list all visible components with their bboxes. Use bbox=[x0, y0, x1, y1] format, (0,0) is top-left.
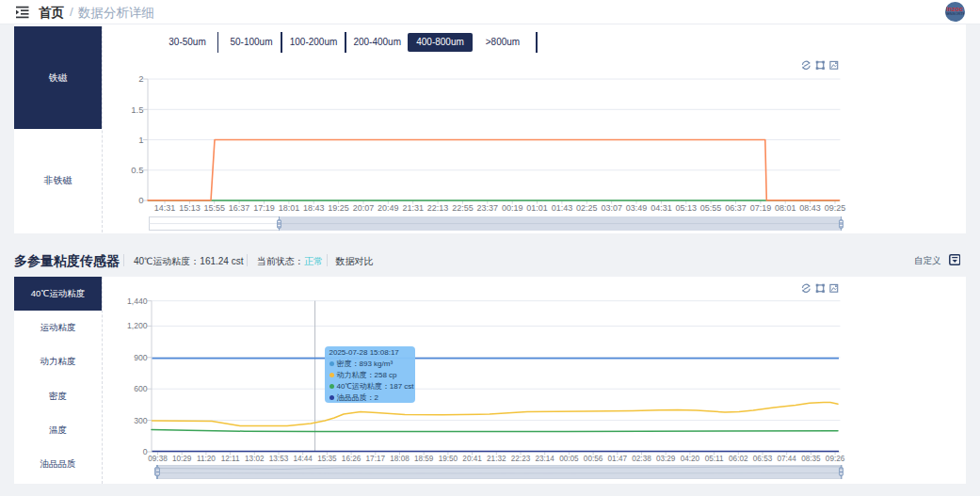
svg-text:08:01: 08:01 bbox=[775, 203, 796, 213]
svg-text:15:55: 15:55 bbox=[203, 203, 225, 213]
svg-text:0: 0 bbox=[143, 447, 148, 456]
svg-text:23:14: 23:14 bbox=[535, 455, 554, 463]
svg-text:17:17: 17:17 bbox=[366, 455, 386, 463]
svg-text:16:26: 16:26 bbox=[342, 455, 361, 463]
svg-text:14:44: 14:44 bbox=[293, 455, 313, 463]
svg-text:08:35: 08:35 bbox=[801, 455, 821, 463]
svg-text:17:19: 17:19 bbox=[253, 203, 275, 213]
svg-text:21:32: 21:32 bbox=[487, 455, 506, 463]
svg-text:05:13: 05:13 bbox=[676, 203, 698, 213]
svg-text:12:11: 12:11 bbox=[221, 455, 240, 463]
svg-text:1: 1 bbox=[138, 135, 143, 145]
svg-text:03:07: 03:07 bbox=[601, 203, 622, 213]
svg-text:07:44: 07:44 bbox=[777, 455, 796, 463]
svg-text:300: 300 bbox=[134, 416, 148, 425]
svg-text:0: 0 bbox=[138, 195, 143, 205]
svg-text:18:59: 18:59 bbox=[414, 455, 434, 463]
svg-text:00:56: 00:56 bbox=[584, 455, 603, 463]
svg-text:21:31: 21:31 bbox=[402, 203, 424, 213]
svg-text:01:43: 01:43 bbox=[552, 203, 573, 213]
svg-text:18:43: 18:43 bbox=[303, 203, 325, 213]
svg-text:15:13: 15:13 bbox=[179, 203, 201, 213]
svg-text:13:02: 13:02 bbox=[245, 455, 265, 463]
svg-text:1.5: 1.5 bbox=[131, 104, 143, 115]
svg-text:19:50: 19:50 bbox=[439, 455, 458, 463]
svg-text:23:37: 23:37 bbox=[477, 203, 499, 213]
svg-text:2: 2 bbox=[138, 73, 143, 84]
svg-text:00:19: 00:19 bbox=[502, 203, 523, 213]
svg-text:15:35: 15:35 bbox=[317, 455, 337, 463]
svg-text:14:31: 14:31 bbox=[154, 203, 176, 213]
svg-text:1,200: 1,200 bbox=[127, 321, 148, 330]
svg-text:18:08: 18:08 bbox=[390, 455, 410, 463]
svg-text:18:01: 18:01 bbox=[279, 203, 300, 213]
svg-text:02:38: 02:38 bbox=[632, 455, 651, 463]
svg-text:10:29: 10:29 bbox=[172, 455, 192, 463]
svg-text:22:13: 22:13 bbox=[427, 203, 449, 213]
svg-text:900: 900 bbox=[134, 353, 148, 362]
svg-text:20:07: 20:07 bbox=[353, 203, 375, 213]
svg-text:09:26: 09:26 bbox=[826, 455, 845, 463]
svg-text:01:47: 01:47 bbox=[608, 455, 628, 463]
svg-text:600: 600 bbox=[134, 384, 148, 393]
svg-text:19:25: 19:25 bbox=[328, 203, 349, 213]
svg-text:09:25: 09:25 bbox=[825, 203, 846, 213]
svg-text:04:20: 04:20 bbox=[681, 455, 700, 463]
svg-text:16:37: 16:37 bbox=[229, 203, 250, 213]
svg-text:03:29: 03:29 bbox=[656, 455, 676, 463]
svg-text:05:55: 05:55 bbox=[700, 203, 722, 213]
svg-text:22:23: 22:23 bbox=[511, 455, 531, 463]
svg-text:20:49: 20:49 bbox=[378, 203, 399, 213]
svg-text:11:20: 11:20 bbox=[197, 455, 216, 463]
svg-text:00:05: 00:05 bbox=[559, 455, 579, 463]
svg-text:09:38: 09:38 bbox=[148, 455, 168, 463]
svg-text:1,440: 1,440 bbox=[127, 296, 148, 306]
svg-text:06:53: 06:53 bbox=[753, 455, 773, 463]
svg-text:07:19: 07:19 bbox=[750, 203, 772, 213]
svg-text:03:49: 03:49 bbox=[626, 203, 648, 213]
svg-text:02:25: 02:25 bbox=[576, 203, 598, 213]
svg-text:13:53: 13:53 bbox=[269, 455, 289, 463]
svg-text:22:55: 22:55 bbox=[452, 203, 474, 213]
svg-text:08:43: 08:43 bbox=[799, 203, 821, 213]
svg-text:06:02: 06:02 bbox=[729, 455, 748, 463]
svg-text:04:31: 04:31 bbox=[651, 203, 672, 213]
svg-text:06:37: 06:37 bbox=[725, 203, 747, 213]
svg-text:20:41: 20:41 bbox=[462, 455, 482, 463]
svg-text:01:01: 01:01 bbox=[526, 203, 548, 213]
svg-text:05:11: 05:11 bbox=[705, 455, 724, 463]
svg-text:0.5: 0.5 bbox=[131, 165, 143, 175]
